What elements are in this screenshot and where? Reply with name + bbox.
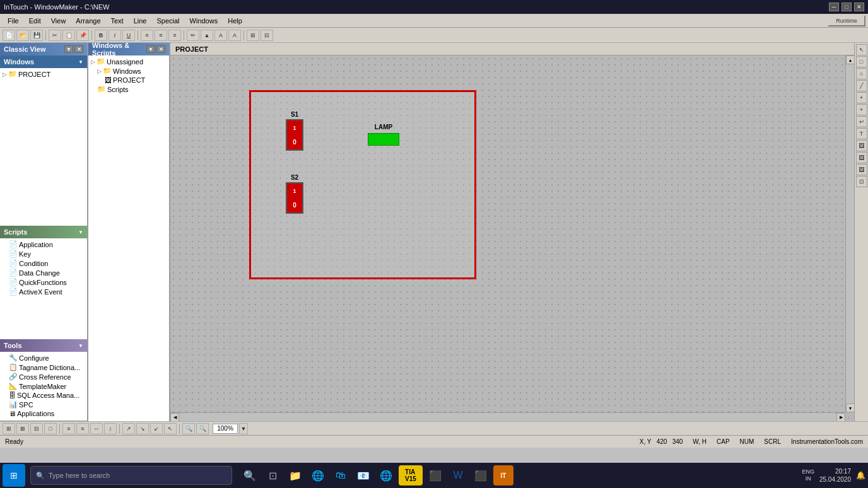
- taskbar-app-tia[interactable]: TIAV15: [399, 465, 423, 485]
- rt-plus1[interactable]: +: [856, 92, 867, 103]
- tool-tagname[interactable]: 📋 Tagname Dictiona...: [1, 363, 86, 372]
- vertical-scrollbar[interactable]: ▲ ▼: [845, 55, 854, 412]
- taskbar-app-search[interactable]: 🔍: [240, 465, 260, 485]
- tool-applications[interactable]: 🖥 Applications: [1, 409, 86, 418]
- switch-s1[interactable]: S1 1 0: [286, 111, 303, 151]
- misc-btn1[interactable]: ⊞: [247, 30, 259, 41]
- bt-3[interactable]: ⊟: [30, 423, 43, 434]
- open-btn[interactable]: 📂: [16, 30, 29, 41]
- new-btn[interactable]: 📄: [3, 30, 15, 41]
- bt-11[interactable]: ↙: [150, 423, 163, 434]
- bt-2[interactable]: ⊠: [16, 423, 29, 434]
- bold-btn[interactable]: B: [95, 30, 107, 41]
- taskbar-app-unknown1[interactable]: ⬛: [425, 465, 445, 485]
- script-condition[interactable]: 📄 Condition: [1, 259, 86, 268]
- tool-template[interactable]: 📐 TemplateMaker: [1, 381, 86, 391]
- rt-text[interactable]: T: [856, 128, 867, 139]
- rt-plus2[interactable]: +: [856, 104, 867, 115]
- misc-btn2[interactable]: ⊟: [261, 30, 273, 41]
- scroll-up-arrow[interactable]: ▲: [846, 55, 854, 64]
- cut-btn[interactable]: ✂: [49, 30, 61, 41]
- tool-spc[interactable]: 📊 SPC: [1, 400, 86, 409]
- rt-select[interactable]: ↖: [856, 44, 867, 55]
- rt-curve[interactable]: ↩: [856, 116, 867, 127]
- scroll-left-arrow[interactable]: ◀: [170, 413, 179, 421]
- scroll-right-arrow[interactable]: ▶: [836, 413, 845, 421]
- pv-project[interactable]: 🖼 PROJECT: [90, 76, 168, 84]
- bt-7[interactable]: ↔: [90, 423, 103, 434]
- menu-line[interactable]: Line: [129, 16, 152, 26]
- lamp-body[interactable]: [368, 133, 399, 146]
- start-button[interactable]: ⊞: [3, 464, 25, 487]
- taskbar-app-mail[interactable]: 📧: [353, 465, 373, 485]
- script-activex[interactable]: 📄 ActiveX Event: [1, 287, 86, 296]
- menu-special[interactable]: Special: [151, 16, 184, 26]
- canvas-background[interactable]: S1 1 0 S2: [170, 55, 854, 421]
- taskbar-search-box[interactable]: 🔍 Type here to search: [30, 466, 232, 485]
- s2-body[interactable]: 1 0: [286, 182, 303, 214]
- taskbar-app-store[interactable]: 🛍: [331, 465, 351, 485]
- classic-view-close[interactable]: ✕: [74, 45, 83, 53]
- rt-frame[interactable]: ⊡: [856, 176, 867, 187]
- bt-10[interactable]: ↘: [136, 423, 149, 434]
- menu-view[interactable]: View: [46, 16, 71, 26]
- s1-top[interactable]: 1: [287, 120, 302, 135]
- window-controls[interactable]: ─ □ ✕: [829, 3, 864, 11]
- scroll-down-arrow[interactable]: ▼: [846, 404, 854, 412]
- project-view-controls[interactable]: ▼ ✕: [146, 45, 165, 53]
- bt-9[interactable]: ↗: [122, 423, 135, 434]
- switch-s2[interactable]: S2 1 0: [286, 174, 303, 214]
- draw-btn3[interactable]: A: [214, 30, 227, 41]
- taskbar-app-edge[interactable]: 🌐: [308, 465, 328, 485]
- menu-text[interactable]: Text: [106, 16, 129, 26]
- draw-btn1[interactable]: ✏: [187, 30, 199, 41]
- taskbar-app-unknown2[interactable]: ⬛: [471, 465, 491, 485]
- align-left-btn[interactable]: ≡: [141, 30, 153, 41]
- rt-img1[interactable]: 🖼: [856, 140, 867, 151]
- zoom-input[interactable]: [213, 424, 238, 434]
- menu-arrange[interactable]: Arrange: [71, 16, 105, 26]
- rt-img2[interactable]: 🖼: [856, 152, 867, 163]
- classic-view-controls[interactable]: ▼ ✕: [64, 45, 83, 53]
- copy-btn[interactable]: 📋: [62, 30, 75, 41]
- taskbar-app-chrome[interactable]: 🌐: [376, 465, 396, 485]
- tool-sql[interactable]: 🗄 SQL Access Mana...: [1, 391, 86, 400]
- bt-14[interactable]: 🔍: [196, 423, 209, 434]
- draw-btn4[interactable]: A: [228, 30, 241, 41]
- tool-crossref[interactable]: 🔗 Cross Reference: [1, 372, 86, 381]
- rt-img3[interactable]: 🖼: [856, 164, 867, 175]
- pv-scripts[interactable]: 📁 Scripts: [90, 84, 168, 94]
- horizontal-scrollbar[interactable]: ◀ ▶: [170, 412, 845, 421]
- tree-project[interactable]: ▷ 📁 PROJECT: [1, 69, 86, 79]
- bt-6[interactable]: ≡: [76, 423, 89, 434]
- script-application[interactable]: 📄 Application: [1, 240, 86, 249]
- script-datachange[interactable]: 📄 Data Change: [1, 268, 86, 277]
- rt-ellipse[interactable]: ○: [856, 68, 867, 79]
- s1-bottom[interactable]: 0: [287, 135, 302, 149]
- bt-8[interactable]: ↕: [104, 423, 117, 434]
- script-key[interactable]: 📄 Key: [1, 249, 86, 259]
- lamp-widget[interactable]: LAMP: [368, 124, 399, 146]
- menu-edit[interactable]: Edit: [24, 16, 46, 26]
- menu-windows[interactable]: Windows: [185, 16, 223, 26]
- project-view-pin[interactable]: ▼: [146, 45, 155, 53]
- project-view-close[interactable]: ✕: [156, 45, 165, 53]
- canvas-project-window[interactable]: S1 1 0 S2: [249, 90, 476, 279]
- s1-body[interactable]: 1 0: [286, 119, 303, 151]
- maximize-button[interactable]: □: [842, 3, 852, 11]
- s2-bottom[interactable]: 0: [287, 198, 302, 212]
- rt-rect[interactable]: □: [856, 56, 867, 67]
- bt-13[interactable]: 🔍: [182, 423, 195, 434]
- script-quickfunc[interactable]: 📄 QuickFunctions: [1, 277, 86, 287]
- taskbar-app-word[interactable]: W: [448, 465, 468, 485]
- classic-view-pin[interactable]: ▼: [64, 45, 73, 53]
- rt-line[interactable]: ╱: [856, 80, 867, 91]
- s2-top[interactable]: 1: [287, 183, 302, 198]
- pv-windows[interactable]: ▷ 📁 Windows: [90, 66, 168, 76]
- pv-unassigned[interactable]: ▷ 📁 Unassigned: [90, 57, 168, 66]
- taskbar-notification[interactable]: 🔔: [856, 471, 865, 480]
- bt-12[interactable]: ↖: [164, 423, 177, 434]
- taskbar-app-intouch[interactable]: IT: [493, 465, 513, 485]
- menu-file[interactable]: File: [3, 16, 24, 26]
- tool-configure[interactable]: 🔧 Configure: [1, 353, 86, 363]
